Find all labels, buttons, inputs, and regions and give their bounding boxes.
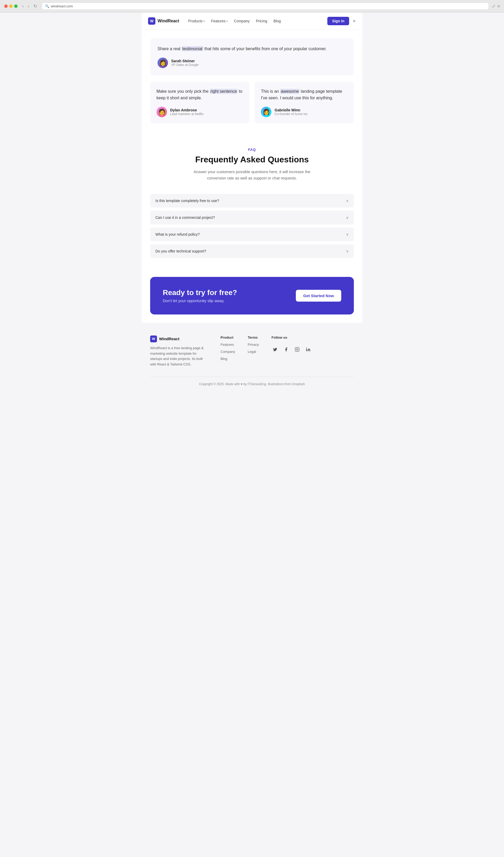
nav-products[interactable]: Products ▾ <box>186 17 207 25</box>
logo-icon: W <box>148 17 155 25</box>
footer-link-features[interactable]: Features <box>221 342 235 347</box>
footer-link-privacy[interactable]: Privacy <box>248 342 259 347</box>
svg-rect-2 <box>306 349 307 351</box>
logo[interactable]: W WindReact <box>148 17 179 25</box>
author-info: Gabrielle Winn Co-founder of Acme Inc <box>275 108 308 116</box>
theme-toggle-button[interactable]: ☀ <box>352 19 356 24</box>
testimonial-large: Share a real testimonial that hits some … <box>150 38 354 75</box>
close-button[interactable] <box>4 4 7 8</box>
maximize-button[interactable] <box>14 4 18 8</box>
cta-title: Ready to try for free? <box>163 288 237 297</box>
address-bar[interactable]: 🔍 windreact.com <box>42 3 489 10</box>
footer-link-legal[interactable]: Legal <box>248 350 259 354</box>
author-role: Lead marketer at Netflix <box>170 112 204 116</box>
footer-logo: W WindReact <box>150 336 208 342</box>
faq-section: FAQ Frequently Asked Questions Answer yo… <box>142 132 362 269</box>
chevron-down-icon: ▾ <box>204 20 205 22</box>
faq-question-1: Is this template completely free to use? <box>155 199 219 203</box>
nav-links: Products ▾ Features ▾ Company Pricing Bl… <box>186 17 328 25</box>
footer-cols: Product Features Company Blog Terms Priv… <box>221 336 354 367</box>
testimonial-card-1: Make sure you only pick the right senten… <box>150 82 249 123</box>
instagram-icon[interactable] <box>294 346 301 353</box>
nav-pricing[interactable]: Pricing <box>253 17 270 25</box>
highlight: right sentence <box>210 89 238 94</box>
twitter-icon[interactable] <box>272 346 279 353</box>
avatar: 🧑 <box>156 107 167 117</box>
author-name: Sarah Steiner <box>171 59 199 63</box>
facebook-icon[interactable] <box>282 346 290 353</box>
main-content: Share a real testimonial that hits some … <box>142 30 362 323</box>
svg-point-3 <box>306 347 307 348</box>
social-icons <box>272 346 312 353</box>
author-role: Co-founder of Acme Inc <box>275 112 308 116</box>
footer-description: WindReact is a free landing page & marke… <box>150 346 208 367</box>
menu-button[interactable]: ≡ <box>498 4 500 9</box>
footer-social-title: Follow us <box>272 336 312 339</box>
chevron-down-icon: ▾ <box>226 20 228 22</box>
testimonial-card-2-text: This is an awesome landing page template… <box>261 88 348 101</box>
linkedin-icon[interactable] <box>305 346 312 353</box>
svg-rect-0 <box>295 347 299 351</box>
testimonial-card-1-author: 🧑 Dylan Ambrose Lead marketer at Netflix <box>156 107 243 117</box>
footer-col-product-title: Product <box>221 336 235 339</box>
author-name: Dylan Ambrose <box>170 108 204 112</box>
cta-section: Ready to try for free? Don't let your op… <box>142 269 362 323</box>
footer: W WindReact WindReact is a free landing … <box>142 323 362 392</box>
author-info: Dylan Ambrose Lead marketer at Netflix <box>170 108 204 116</box>
footer-brand: W WindReact WindReact is a free landing … <box>150 336 208 367</box>
author-name: Gabrielle Winn <box>275 108 308 112</box>
cta-subtitle: Don't let your opportunity slip away. <box>163 299 237 303</box>
footer-link-blog[interactable]: Blog <box>221 357 235 361</box>
faq-item-2[interactable]: Can I use it in a commercial project? ∨ <box>150 211 354 224</box>
faq-list: Is this template completely free to use?… <box>150 194 354 258</box>
nav-blog[interactable]: Blog <box>271 17 283 25</box>
forward-button[interactable]: › <box>26 3 31 9</box>
author-info: Sarah Steiner VP Sales at Google <box>171 59 199 67</box>
faq-question-2: Can I use it in a commercial project? <box>155 215 215 220</box>
chevron-down-icon: ∨ <box>346 249 349 253</box>
get-started-button[interactable]: Get Started Now <box>296 290 341 302</box>
expand-button[interactable]: ⤢ <box>492 4 496 9</box>
faq-item-3[interactable]: What is your refund policy? ∨ <box>150 228 354 241</box>
faq-subtitle: Answer your customers possible questions… <box>186 169 318 181</box>
testimonials-grid: Make sure you only pick the right senten… <box>150 82 354 123</box>
testimonial-highlight: testimonial <box>181 46 203 51</box>
chevron-down-icon: ∨ <box>346 215 349 220</box>
logo-name: WindReact <box>157 19 179 23</box>
address-text: windreact.com <box>51 4 73 8</box>
browser-chrome: ‹ › ↻ 🔍 windreact.com ⤢ ≡ <box>0 0 504 13</box>
reload-button[interactable]: ↻ <box>32 3 39 9</box>
footer-logo-name: WindReact <box>159 337 179 341</box>
faq-label: FAQ <box>150 148 354 152</box>
testimonial-large-text: Share a real testimonial that hits some … <box>157 46 347 52</box>
minimize-button[interactable] <box>9 4 13 8</box>
footer-col-product: Product Features Company Blog <box>221 336 235 367</box>
nav-buttons: ‹ › ↻ <box>21 3 39 9</box>
footer-bottom: Copyright © 2025. Made with ♥ by ITGeniu… <box>150 377 354 386</box>
footer-col-legal-title: Terms <box>248 336 259 339</box>
nav-company[interactable]: Company <box>231 17 252 25</box>
testimonial-card-2-author: 👩 Gabrielle Winn Co-founder of Acme Inc <box>261 107 348 117</box>
nav-actions: Sign In ☀ <box>327 17 356 25</box>
faq-item-4[interactable]: Do you offer technical support? ∨ <box>150 244 354 258</box>
testimonial-large-author: 👩 Sarah Steiner VP Sales at Google <box>157 57 347 68</box>
avatar: 👩 <box>261 107 272 117</box>
search-icon: 🔍 <box>45 4 49 8</box>
sign-in-button[interactable]: Sign In <box>327 17 349 25</box>
testimonial-card-1-text: Make sure you only pick the right senten… <box>156 88 243 101</box>
nav-features[interactable]: Features ▾ <box>208 17 230 25</box>
faq-item-1[interactable]: Is this template completely free to use?… <box>150 194 354 207</box>
testimonial-card-2: This is an awesome landing page template… <box>255 82 354 123</box>
author-role: VP Sales at Google <box>171 63 199 67</box>
cta-banner: Ready to try for free? Don't let your op… <box>150 277 354 315</box>
back-button[interactable]: ‹ <box>21 3 25 9</box>
cta-content: Ready to try for free? Don't let your op… <box>163 288 237 303</box>
footer-top: W WindReact WindReact is a free landing … <box>150 336 354 367</box>
faq-title: Frequently Asked Questions <box>150 155 354 165</box>
footer-col-social: Follow us <box>272 336 312 367</box>
faq-question-4: Do you offer technical support? <box>155 249 206 253</box>
footer-logo-icon: W <box>150 336 157 342</box>
footer-link-company[interactable]: Company <box>221 350 235 354</box>
faq-question-3: What is your refund policy? <box>155 232 200 236</box>
chevron-down-icon: ∨ <box>346 199 349 203</box>
